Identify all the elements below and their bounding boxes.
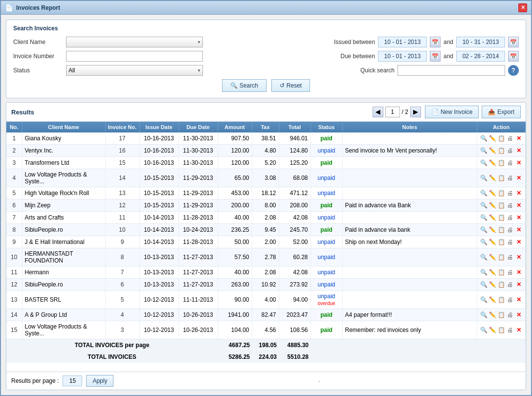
print-icon[interactable]: 🖨: [506, 174, 514, 182]
due-from-input[interactable]: [378, 51, 427, 62]
copy-icon[interactable]: 📋: [497, 147, 505, 154]
per-page-input[interactable]: [63, 375, 82, 386]
copy-icon[interactable]: 📋: [497, 281, 505, 288]
row-status: unpaid: [310, 266, 342, 279]
print-icon[interactable]: 🖨: [506, 311, 514, 319]
print-icon[interactable]: 🖨: [506, 147, 514, 154]
due-to-calendar[interactable]: 📅: [508, 51, 519, 62]
edit-icon[interactable]: ✏️: [488, 268, 496, 276]
status-select[interactable]: All paid unpaid: [66, 65, 203, 76]
delete-icon[interactable]: ✕: [515, 147, 523, 154]
delete-icon[interactable]: ✕: [515, 311, 523, 319]
view-icon[interactable]: 🔍: [480, 214, 488, 221]
search-button[interactable]: 🔍 Search: [222, 79, 266, 92]
delete-icon[interactable]: ✕: [515, 253, 523, 261]
view-icon[interactable]: 🔍: [480, 253, 488, 261]
reset-button[interactable]: ↺ Reset: [271, 79, 310, 92]
edit-icon[interactable]: ✏️: [488, 253, 496, 261]
delete-icon[interactable]: ✕: [515, 159, 523, 167]
issued-from-input[interactable]: [378, 37, 427, 47]
print-icon[interactable]: 🖨: [506, 134, 514, 142]
quick-search-input[interactable]: [398, 65, 505, 76]
view-icon[interactable]: 🔍: [480, 189, 488, 197]
print-icon[interactable]: 🖨: [506, 189, 514, 197]
view-icon[interactable]: 🔍: [480, 134, 488, 142]
delete-icon[interactable]: ✕: [515, 174, 523, 182]
copy-icon[interactable]: 📋: [497, 311, 505, 319]
issued-from-calendar[interactable]: 📅: [430, 37, 441, 47]
delete-icon[interactable]: ✕: [515, 214, 523, 221]
print-icon[interactable]: 🖨: [506, 326, 514, 334]
new-invoice-button[interactable]: 📄 New Invoice: [425, 106, 479, 118]
export-button[interactable]: 📤 Export: [482, 106, 521, 118]
view-icon[interactable]: 🔍: [480, 147, 488, 154]
delete-icon[interactable]: ✕: [515, 226, 523, 234]
edit-icon[interactable]: ✏️: [488, 134, 496, 142]
copy-icon[interactable]: 📋: [497, 159, 505, 167]
edit-icon[interactable]: ✏️: [488, 189, 496, 197]
delete-icon[interactable]: ✕: [515, 268, 523, 276]
edit-icon[interactable]: ✏️: [488, 296, 496, 304]
print-icon[interactable]: 🖨: [506, 201, 514, 209]
view-icon[interactable]: 🔍: [480, 201, 488, 209]
print-icon[interactable]: 🖨: [506, 253, 514, 261]
issued-to-calendar[interactable]: 📅: [508, 37, 519, 47]
copy-icon[interactable]: 📋: [497, 134, 505, 142]
issued-to-input[interactable]: [456, 37, 505, 47]
view-icon[interactable]: 🔍: [480, 268, 488, 276]
print-icon[interactable]: 🖨: [506, 296, 514, 304]
delete-icon[interactable]: ✕: [515, 189, 523, 197]
copy-icon[interactable]: 📋: [497, 253, 505, 261]
page-input[interactable]: [385, 107, 400, 117]
copy-icon[interactable]: 📋: [497, 201, 505, 209]
prev-page-button[interactable]: ◀: [373, 107, 383, 117]
copy-icon[interactable]: 📋: [497, 214, 505, 221]
print-icon[interactable]: 🖨: [506, 226, 514, 234]
view-icon[interactable]: 🔍: [480, 281, 488, 288]
copy-icon[interactable]: 📋: [497, 268, 505, 276]
edit-icon[interactable]: ✏️: [488, 226, 496, 234]
delete-icon[interactable]: ✕: [515, 238, 523, 246]
edit-icon[interactable]: ✏️: [488, 159, 496, 167]
view-icon[interactable]: 🔍: [480, 174, 488, 182]
view-icon[interactable]: 🔍: [480, 296, 488, 304]
invoice-number-input[interactable]: [66, 51, 203, 62]
edit-icon[interactable]: ✏️: [488, 174, 496, 182]
help-button[interactable]: ?: [508, 65, 519, 76]
view-icon[interactable]: 🔍: [480, 226, 488, 234]
print-icon[interactable]: 🖨: [506, 281, 514, 288]
copy-icon[interactable]: 📋: [497, 189, 505, 197]
client-name-select[interactable]: [66, 37, 203, 47]
apply-button[interactable]: Apply: [86, 375, 113, 387]
delete-icon[interactable]: ✕: [515, 134, 523, 142]
print-icon[interactable]: 🖨: [506, 268, 514, 276]
copy-icon[interactable]: 📋: [497, 226, 505, 234]
copy-icon[interactable]: 📋: [497, 326, 505, 334]
edit-icon[interactable]: ✏️: [488, 214, 496, 221]
print-icon[interactable]: 🖨: [506, 159, 514, 167]
edit-icon[interactable]: ✏️: [488, 147, 496, 154]
pagination: ◀ / 2 ▶: [373, 107, 421, 117]
view-icon[interactable]: 🔍: [480, 159, 488, 167]
due-to-input[interactable]: [456, 51, 505, 62]
edit-icon[interactable]: ✏️: [488, 311, 496, 319]
copy-icon[interactable]: 📋: [497, 238, 505, 246]
edit-icon[interactable]: ✏️: [488, 326, 496, 334]
edit-icon[interactable]: ✏️: [488, 201, 496, 209]
close-button[interactable]: ✕: [518, 3, 527, 12]
view-icon[interactable]: 🔍: [480, 326, 488, 334]
view-icon[interactable]: 🔍: [480, 238, 488, 246]
delete-icon[interactable]: ✕: [515, 326, 523, 334]
next-page-button[interactable]: ▶: [410, 107, 421, 117]
print-icon[interactable]: 🖨: [506, 214, 514, 221]
delete-icon[interactable]: ✕: [515, 296, 523, 304]
delete-icon[interactable]: ✕: [515, 201, 523, 209]
print-icon[interactable]: 🖨: [506, 238, 514, 246]
delete-icon[interactable]: ✕: [515, 281, 523, 288]
copy-icon[interactable]: 📋: [497, 174, 505, 182]
copy-icon[interactable]: 📋: [497, 296, 505, 304]
edit-icon[interactable]: ✏️: [488, 238, 496, 246]
due-from-calendar[interactable]: 📅: [430, 51, 441, 62]
edit-icon[interactable]: ✏️: [488, 281, 496, 288]
view-icon[interactable]: 🔍: [480, 311, 488, 319]
